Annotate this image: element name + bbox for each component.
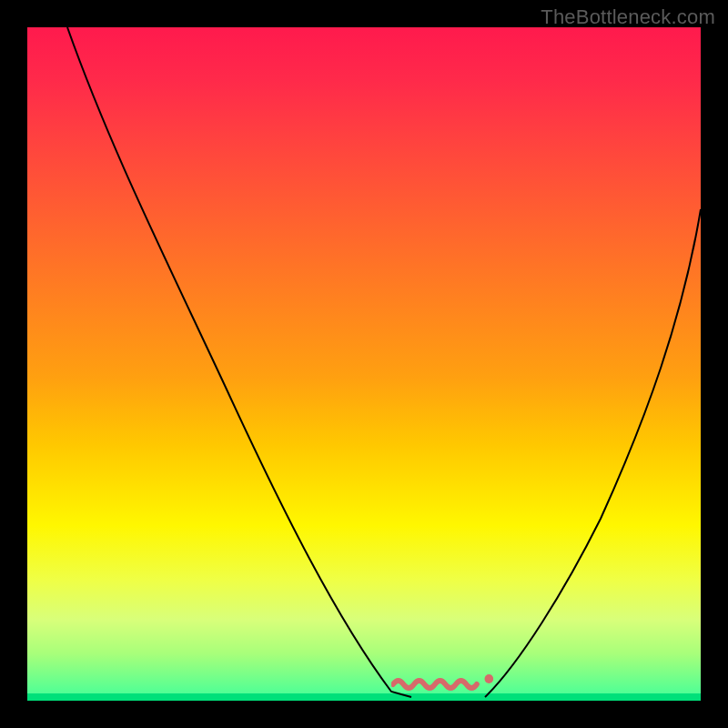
left-branch-curve	[67, 27, 411, 697]
green-baseline-band	[27, 693, 701, 701]
watermark-text: TheBottleneck.com	[541, 5, 715, 29]
optimal-region-marker	[391, 672, 496, 692]
chart-plot-area	[27, 27, 701, 701]
svg-point-0	[485, 674, 494, 683]
right-branch-curve	[485, 209, 701, 697]
chart-curve-layer	[27, 27, 701, 701]
